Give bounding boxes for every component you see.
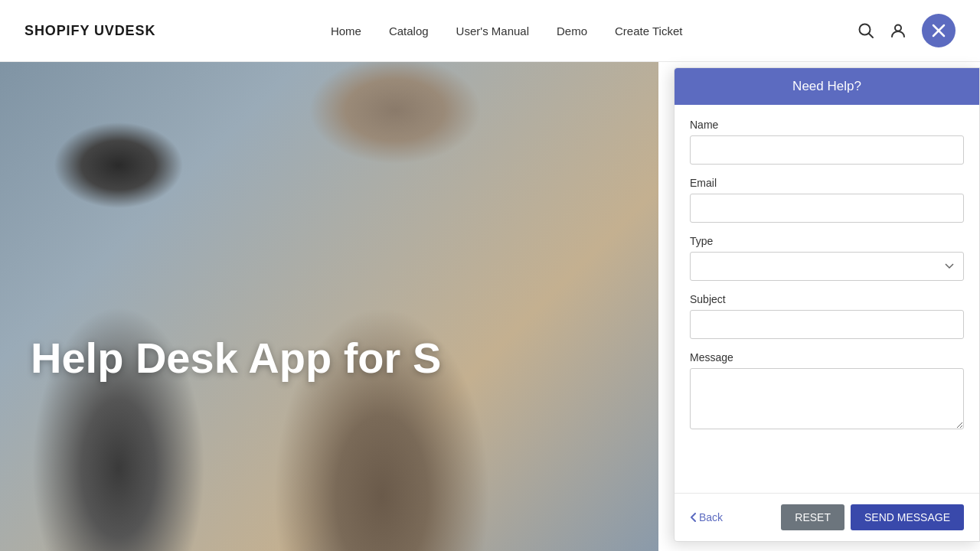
panel-title: Need Help?: [792, 79, 861, 93]
panel-body: Name Email Type Bug Feature Request Gene…: [675, 105, 979, 493]
back-label: Back: [699, 511, 723, 523]
subject-group: Subject: [690, 293, 964, 339]
user-icon: [890, 22, 906, 39]
footer-actions: RESET SEND MESSAGE: [781, 504, 964, 530]
email-label: Email: [690, 177, 964, 189]
close-panel-button[interactable]: [922, 14, 956, 47]
name-input[interactable]: [690, 135, 964, 165]
type-select[interactable]: Bug Feature Request General Inquiry Supp…: [690, 252, 964, 281]
nav-item-users-manual[interactable]: User's Manual: [456, 24, 529, 37]
search-icon: [858, 22, 874, 39]
panel-header: Need Help?: [675, 68, 979, 105]
search-button[interactable]: [858, 22, 874, 39]
hero-section: Help Desk App for S: [0, 0, 658, 551]
email-group: Email: [690, 177, 964, 223]
back-button[interactable]: Back: [690, 511, 723, 523]
message-textarea[interactable]: [690, 368, 964, 429]
panel-footer: Back RESET SEND MESSAGE: [675, 493, 979, 541]
hero-text: Help Desk App for S: [31, 333, 441, 383]
svg-point-2: [895, 25, 901, 31]
email-input[interactable]: [690, 194, 964, 223]
name-label: Name: [690, 119, 964, 131]
svg-line-1: [868, 34, 873, 38]
message-group: Message: [690, 351, 964, 432]
name-group: Name: [690, 119, 964, 165]
logo: SHOPIFY UVDESK: [24, 23, 155, 39]
type-label: Type: [690, 235, 964, 247]
subject-label: Subject: [690, 293, 964, 305]
message-label: Message: [690, 351, 964, 364]
nav-item-catalog[interactable]: Catalog: [389, 24, 429, 37]
nav-item-demo[interactable]: Demo: [557, 24, 587, 37]
hero-image: [0, 0, 658, 551]
main-nav: Home Catalog User's Manual Demo Create T…: [331, 24, 683, 37]
nav-item-home[interactable]: Home: [331, 24, 361, 37]
close-icon: [932, 24, 946, 37]
subject-input[interactable]: [690, 310, 964, 339]
type-group: Type Bug Feature Request General Inquiry…: [690, 235, 964, 281]
nav-item-create-ticket[interactable]: Create Ticket: [615, 24, 682, 37]
chevron-left-icon: [690, 513, 696, 522]
header: SHOPIFY UVDESK Home Catalog User's Manua…: [0, 0, 980, 62]
help-panel: Need Help? Name Email Type Bug Feature R…: [674, 67, 980, 542]
reset-button[interactable]: RESET: [781, 504, 844, 530]
send-message-button[interactable]: SEND MESSAGE: [851, 504, 964, 530]
header-actions: [858, 14, 956, 47]
user-button[interactable]: [890, 22, 906, 39]
